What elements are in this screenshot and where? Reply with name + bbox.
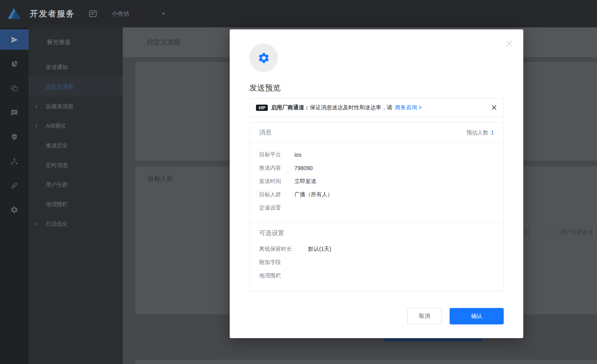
chevron-right-icon: ›: [35, 214, 38, 234]
link-icon: [10, 181, 18, 190]
panel-header-label: 消息: [259, 129, 272, 137]
vip-banner-bold-text: 启用厂商通道：: [271, 104, 310, 111]
sidebar-item-user-segment[interactable]: 用户分群: [29, 175, 123, 194]
menu-title: 极光推送: [29, 27, 123, 57]
modal-title: 发送预览: [249, 83, 504, 93]
sidebar-menu: 极光推送 发送通知 自定义消息 ›富媒体消息 ›A/B测试 推送历史 定时消息 …: [29, 27, 123, 364]
rail-item-push[interactable]: [0, 29, 29, 50]
page-title: 自定义消息: [147, 27, 180, 57]
close-icon[interactable]: [504, 39, 514, 48]
detail-row: 推送内容798090: [259, 161, 494, 175]
detail-row: 目标平台ios: [259, 148, 494, 161]
pie-chart-icon: [10, 60, 18, 68]
chevron-right-icon: ›: [35, 96, 38, 116]
rail-item-devices[interactable]: [0, 78, 29, 98]
chevron-right-icon: ›: [35, 116, 38, 136]
brand-title: 开发者服务: [30, 8, 75, 19]
sidebar-item-dau-optimize[interactable]: ›日活优化: [29, 214, 123, 234]
audience-option-checkbox[interactable]: [551, 229, 556, 234]
top-bar: 开发者服务 小作坊: [0, 0, 597, 27]
audience-option-fragment: ID: [524, 229, 530, 235]
sidebar-item-send-notification[interactable]: 发送通知: [29, 57, 123, 77]
sidebar-item-push-history[interactable]: 推送历史: [29, 136, 123, 155]
optional-settings-rows: 可选设置 离线保留时长默认(1天) 附加字段 地理围栏: [250, 223, 503, 283]
devices-icon: [10, 84, 18, 92]
gear-icon: [258, 52, 270, 64]
detail-row: 目标人群广播（所有人）: [259, 188, 494, 201]
detail-row: 离线保留时长默认(1天): [259, 243, 494, 256]
sidebar-item-scheduled-message[interactable]: 定时消息: [29, 155, 123, 175]
vip-banner-text: 保证消息送达及时性和送达率，请: [310, 104, 392, 111]
optional-settings-header: 可选设置: [259, 229, 494, 237]
vip-badge: VIP: [256, 105, 268, 111]
preview-detail-panel: 消息 预估人数1 目标平台ios 推送内容798090 发送时间立即发送 目标人…: [249, 122, 504, 292]
gear-icon: [10, 206, 18, 214]
sidebar-item-ab-test[interactable]: ›A/B测试: [29, 116, 123, 136]
rail-item-analytics[interactable]: [0, 54, 29, 74]
detail-row: 附加字段: [259, 256, 494, 269]
message-detail-rows: 目标平台ios 推送内容798090 发送时间立即发送 目标人群广播（所有人） …: [250, 143, 503, 222]
network-icon: [10, 157, 18, 165]
workspace-dropdown[interactable]: 小作坊: [112, 10, 166, 18]
vip-banner: VIP 启用厂商通道： 保证消息送达及时性和送达率，请 商务咨询 >: [249, 98, 504, 117]
modal-footer: 取消 确认: [249, 308, 504, 324]
chat-icon: [10, 109, 18, 117]
detail-row: 发送时间立即发送: [259, 175, 494, 188]
sidebar-item-custom-message[interactable]: 自定义消息: [29, 77, 123, 96]
estimate-value: 1: [491, 129, 494, 136]
audience-option-segment[interactable]: 用户分群推送: [561, 229, 593, 236]
detail-row: 地理围栏: [259, 269, 494, 283]
detail-row: 定速设置: [259, 201, 494, 215]
sidebar-item-rich-media[interactable]: ›富媒体消息: [29, 96, 123, 116]
rail-item-links[interactable]: [0, 175, 29, 196]
icon-rail: [0, 27, 29, 364]
app-window: 开发者服务 小作坊: [0, 0, 597, 364]
banner-close-icon[interactable]: [491, 105, 497, 110]
panel-header: 消息 预估人数1: [250, 122, 503, 143]
lower-card-edge: [135, 360, 597, 364]
send-preview-modal: 发送预览 VIP 启用厂商通道： 保证消息送达及时性和送达率，请 商务咨询 > …: [230, 29, 523, 338]
rail-item-messages[interactable]: [0, 102, 29, 123]
sidebar-item-geofence[interactable]: 地理围栏: [29, 194, 123, 214]
workspace-name: 小作坊: [112, 10, 129, 18]
cancel-button[interactable]: 取消: [407, 308, 442, 324]
section-title: 目标人群: [148, 175, 173, 183]
caret-down-icon: [161, 11, 166, 16]
estimate-label: 预估人数: [466, 129, 488, 136]
business-consult-link[interactable]: 商务咨询 >: [395, 104, 422, 111]
gear-avatar: [249, 43, 278, 72]
app-switcher-icon[interactable]: [88, 9, 98, 18]
rail-item-segments[interactable]: [0, 151, 29, 171]
rail-item-security[interactable]: [0, 127, 29, 147]
estimate-count: 预估人数1: [466, 129, 494, 136]
shield-icon: [10, 133, 18, 141]
rail-item-settings[interactable]: [0, 199, 29, 220]
send-icon: [10, 36, 18, 44]
aurora-logo-icon: [5, 5, 24, 23]
confirm-button[interactable]: 确认: [450, 308, 504, 324]
